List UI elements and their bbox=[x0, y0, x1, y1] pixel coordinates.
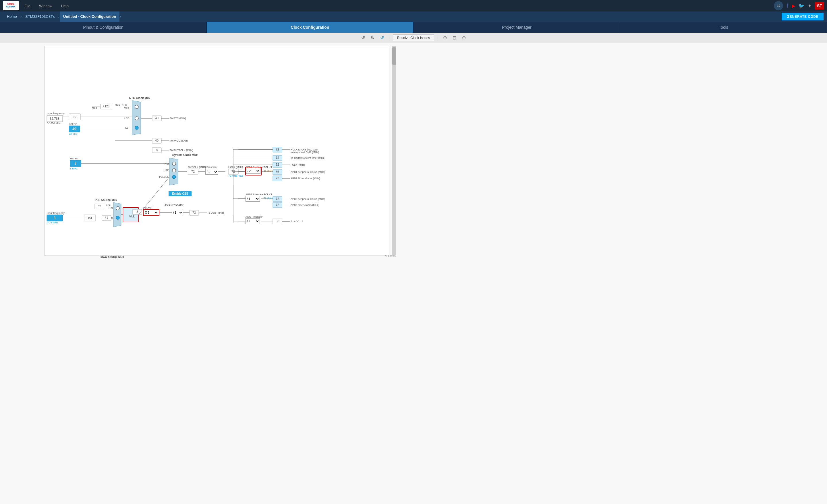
svg-text:8 MHz: 8 MHz bbox=[70, 167, 78, 170]
tab-tools[interactable]: Tools bbox=[620, 22, 827, 33]
svg-text:72: 72 bbox=[276, 156, 279, 159]
zoom-out-button[interactable]: ⊖ bbox=[460, 35, 468, 41]
svg-point-57 bbox=[172, 168, 176, 172]
svg-text:40: 40 bbox=[155, 116, 158, 120]
toolbar: ↺ ↻ ↺ Resolve Clock Issues ⊕ ⊡ ⊖ bbox=[0, 33, 827, 43]
toolbar-separator-2 bbox=[438, 35, 438, 41]
tab-bar: Pinout & Configuration Clock Configurati… bbox=[0, 22, 827, 33]
refresh-button[interactable]: ↺ bbox=[379, 35, 386, 41]
svg-text:Input frequency: Input frequency bbox=[47, 212, 65, 214]
generate-code-button[interactable]: GENERATE CODE bbox=[782, 13, 824, 20]
svg-text:APB2 peripheral clocks (MHz): APB2 peripheral clocks (MHz) bbox=[291, 198, 325, 200]
breadcrumb: Home › STM32F103C8Tx › Untitled - Clock … bbox=[0, 11, 827, 22]
fit-button[interactable]: ⊡ bbox=[451, 35, 458, 41]
svg-text:AHB Prescaler: AHB Prescaler bbox=[200, 166, 217, 168]
resolve-clock-button[interactable]: Resolve Clock Issues bbox=[393, 35, 434, 41]
svg-text:HSI: HSI bbox=[106, 204, 110, 207]
svg-text:72: 72 bbox=[276, 163, 279, 166]
svg-text:0-1000 KHz: 0-1000 KHz bbox=[47, 122, 61, 124]
svg-text:HSE_RTC: HSE_RTC bbox=[115, 103, 127, 106]
svg-text:PLL Source Mux: PLL Source Mux bbox=[95, 198, 117, 202]
svg-point-56 bbox=[172, 162, 176, 165]
svg-text:8: 8 bbox=[54, 216, 56, 220]
svg-text:40: 40 bbox=[72, 127, 77, 131]
svg-text:To USB (MHz): To USB (MHz) bbox=[207, 211, 224, 214]
breadcrumb-device[interactable]: STM32F103C8Tx bbox=[22, 11, 58, 22]
svg-text:USB Prescaler: USB Prescaler bbox=[164, 204, 184, 207]
apb1-prescaler-select[interactable]: / 2/ 1/ 4 bbox=[246, 168, 260, 174]
svg-text:72: 72 bbox=[276, 176, 279, 180]
tab-clock[interactable]: Clock Configuration bbox=[207, 22, 414, 33]
svg-text:CubiX ©Micros: CubiX ©Micros bbox=[385, 255, 396, 258]
svg-point-129 bbox=[116, 216, 119, 219]
svg-text:36: 36 bbox=[276, 219, 279, 223]
svg-text:HSI: HSI bbox=[164, 162, 169, 165]
menu-window[interactable]: Window bbox=[39, 4, 52, 8]
svg-text:To RTC (KHz): To RTC (KHz) bbox=[170, 117, 186, 120]
youtube-icon[interactable]: ▶ bbox=[792, 3, 795, 9]
tab-project[interactable]: Project Manager bbox=[414, 22, 620, 33]
svg-rect-173 bbox=[392, 46, 396, 256]
svg-text:System Clock Mux: System Clock Mux bbox=[172, 153, 198, 156]
svg-point-128 bbox=[116, 206, 119, 210]
svg-text:PLLCLK: PLLCLK bbox=[159, 175, 169, 178]
svg-text:HSE: HSE bbox=[124, 106, 129, 109]
adc-prescaler-select[interactable]: / 2/ 4 bbox=[246, 218, 260, 224]
apb2-prescaler-select[interactable]: / 1/ 2 bbox=[246, 196, 260, 202]
svg-text:memory and DMA (MHz): memory and DMA (MHz) bbox=[291, 151, 319, 154]
version-badge: 10 bbox=[774, 1, 783, 10]
svg-text:FCLK (MHz): FCLK (MHz) bbox=[291, 163, 305, 166]
svg-text:8: 8 bbox=[136, 210, 138, 213]
svg-text:APB2 timer clocks (MHz): APB2 timer clocks (MHz) bbox=[291, 204, 319, 206]
svg-text:PCLK1: PCLK1 bbox=[263, 166, 272, 168]
pll-mul-select[interactable]: X 9X 2X 3X 4 bbox=[144, 210, 158, 215]
svg-text:APB1 Timer clocks (MHz): APB1 Timer clocks (MHz) bbox=[291, 177, 320, 180]
network-icon: ✦ bbox=[808, 3, 812, 9]
svg-marker-127 bbox=[113, 202, 121, 227]
top-bar-right: 10 f ▶ 🐦 ✦ ST bbox=[774, 1, 824, 10]
svg-text:4-16 MHz: 4-16 MHz bbox=[47, 221, 58, 224]
svg-text:Input frequency: Input frequency bbox=[47, 112, 65, 115]
breadcrumb-arrow-3: › bbox=[119, 14, 121, 19]
svg-point-58 bbox=[172, 175, 176, 179]
svg-text:RTC Clock Mux: RTC Clock Mux bbox=[129, 97, 150, 100]
svg-point-35 bbox=[135, 116, 138, 120]
tab-pinout[interactable]: Pinout & Configuration bbox=[0, 22, 207, 33]
svg-text:72: 72 bbox=[276, 197, 279, 200]
svg-text:To IWDG (KHz): To IWDG (KHz) bbox=[170, 139, 188, 142]
svg-text:72 MHz max: 72 MHz max bbox=[228, 174, 243, 177]
redo-button[interactable]: ↻ bbox=[369, 35, 376, 41]
breadcrumb-current[interactable]: Untitled - Clock Configuration bbox=[60, 11, 119, 22]
menu-file[interactable]: File bbox=[25, 4, 31, 8]
menu-items: File Window Help bbox=[25, 4, 68, 8]
usb-prescaler-select[interactable]: / 1/ 1.5 bbox=[172, 210, 183, 215]
svg-text:/ 2: / 2 bbox=[98, 205, 101, 208]
svg-text:APB1 peripheral clocks (MHz): APB1 peripheral clocks (MHz) bbox=[291, 170, 325, 173]
svg-text:40 KHz: 40 KHz bbox=[69, 133, 78, 136]
svg-text:LSE: LSE bbox=[124, 117, 129, 120]
top-bar: STM32 CubeMX File Window Help 10 f ▶ 🐦 ✦… bbox=[0, 0, 827, 11]
svg-text:8: 8 bbox=[156, 148, 158, 152]
zoom-in-button[interactable]: ⊕ bbox=[441, 35, 448, 41]
svg-text:40: 40 bbox=[155, 139, 158, 142]
st-logo: ST bbox=[815, 2, 824, 9]
svg-point-34 bbox=[135, 105, 138, 109]
svg-text:8: 8 bbox=[75, 161, 77, 165]
svg-text:HCLK (MHz): HCLK (MHz) bbox=[228, 166, 243, 168]
breadcrumb-home[interactable]: Home bbox=[3, 11, 20, 22]
ahb-prescaler-select[interactable]: / 1/ 2/ 4 bbox=[205, 169, 218, 174]
undo-button[interactable]: ↺ bbox=[359, 35, 367, 41]
top-bar-left: STM32 CubeMX File Window Help bbox=[3, 1, 68, 10]
svg-text:36: 36 bbox=[276, 170, 279, 173]
logo: STM32 CubeMX bbox=[3, 1, 19, 10]
svg-text:72: 72 bbox=[276, 148, 279, 151]
menu-help[interactable]: Help bbox=[61, 4, 68, 8]
svg-text:LSI RC: LSI RC bbox=[69, 122, 78, 125]
facebook-icon[interactable]: f bbox=[786, 3, 788, 9]
twitter-icon[interactable]: 🐦 bbox=[798, 3, 804, 9]
svg-text:LSE: LSE bbox=[72, 115, 78, 118]
svg-rect-0 bbox=[45, 46, 389, 256]
clock-diagram: Input frequency 32.768 0-1000 KHz LSE LS… bbox=[0, 43, 396, 258]
enable-css-button[interactable]: Enable CSS bbox=[168, 191, 192, 196]
canvas-area: Input frequency 32.768 0-1000 KHz LSE LS… bbox=[0, 43, 827, 504]
